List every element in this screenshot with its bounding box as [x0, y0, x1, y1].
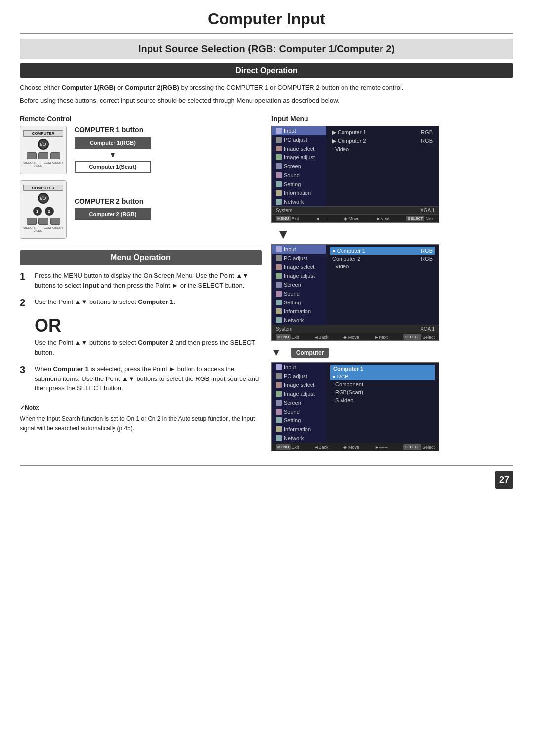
menu-screenshot-1: Input PC adjust Image select Image [271, 126, 439, 223]
menu-2-item-input: Input [272, 245, 326, 254]
menu-3-item-setting: Setting [272, 416, 326, 425]
rc2-button-row [23, 218, 63, 225]
setting-icon-3 [276, 417, 282, 423]
menu-item-imagesel-1: Image select [272, 144, 326, 153]
menu-2-right-comp1: ● Computer 1RGB [330, 247, 435, 255]
menu-2-bottom-bar: MENU Exit ◄Back ◈ Move ►Next SELECT Sele… [272, 333, 439, 340]
menu-2-right: ● Computer 1RGB Computer 2RGB · Video [326, 245, 439, 325]
menu-key-1: MENU [276, 216, 291, 221]
step-3: 3 When Computer 1 is selected, press the… [20, 364, 262, 393]
intro-line1: Choose either Computer 1(RGB) or Compute… [20, 83, 513, 93]
select-key-1: SELECT [406, 216, 424, 221]
menu-2-right-comp2: Computer 2RGB [330, 255, 435, 263]
menu-2-item-info: Information [272, 307, 326, 316]
right-column: Input Menu Input PC adjust [271, 115, 513, 455]
menu-1-right: ▶ Computer 1RGB ▶ Computer 2RGB · Video [326, 126, 439, 206]
step-or: Use the Point ▲▼ buttons to select Compu… [20, 338, 262, 357]
left-column: Remote Control COMPUTER I/O VIDEO S-VIDE… [20, 115, 262, 455]
menu-3-rgb: ● RGB [330, 373, 435, 380]
arrow-connector-2: ▼ [271, 347, 281, 358]
remote-control-1: COMPUTER I/O VIDEO S-VIDEO COMPONENT [20, 126, 67, 174]
rc-svideo-btn [38, 152, 48, 159]
rc-computer-label: COMPUTER [23, 130, 63, 137]
network-icon [276, 199, 282, 205]
menu-right-comp2: ▶ Computer 2RGB [330, 137, 435, 145]
menu-2-item-imgadj: Image adjust [272, 271, 326, 280]
input-icon-2 [276, 246, 282, 252]
menu-screenshot-2: Input PC adjust Image select Image [271, 244, 439, 341]
menu-2-item-network: Network [272, 316, 326, 325]
menu-3-item-imgadj: Image adjust [272, 389, 326, 398]
menu-3-title-bar: Computer 1 [330, 365, 435, 373]
menu-2-item-screen: Screen [272, 280, 326, 289]
menu-2-item-sound: Sound [272, 289, 326, 298]
setting-icon [276, 181, 282, 187]
select-key-2: SELECT [403, 334, 421, 340]
menu-2-inner: Input PC adjust Image select Image [272, 245, 439, 325]
imgsel-icon-3 [276, 382, 282, 388]
menu-2-item-imgsel: Image select [272, 263, 326, 271]
pc-icon-3 [276, 373, 282, 379]
network-icon-2 [276, 317, 282, 323]
menu-3-item-screen: Screen [272, 398, 326, 407]
rc-btn-labels: VIDEO S-VIDEO COMPONENT [23, 161, 63, 167]
computer1-diagram: COMPUTER I/O VIDEO S-VIDEO COMPONENT [20, 126, 262, 174]
rc2-num1: 1 [33, 207, 42, 216]
sound-icon-3 [276, 409, 282, 415]
content-grid: Remote Control COMPUTER I/O VIDEO S-VIDE… [20, 115, 513, 455]
rc2-component-btn [50, 218, 60, 225]
input-menu-label: Input Menu [271, 115, 513, 123]
menu-3-component: · Component [330, 380, 435, 388]
step-3-num: 3 [20, 364, 30, 376]
menu-2-right-video: · Video [330, 263, 435, 270]
menu-item-setting-1: Setting [272, 180, 326, 189]
computer-label-area: ▼ Computer [271, 345, 513, 360]
menu-item-imageadj-1: Image adjust [272, 153, 326, 162]
computer1-button-title: COMPUTER 1 button [75, 126, 151, 134]
rc-power-btn: I/O [38, 139, 49, 150]
menu-3-left: Input PC adjust Image select Image [272, 363, 326, 443]
menu-key-2: MENU [276, 334, 291, 340]
computer2-button-title: COMPUTER 2 button [75, 197, 151, 205]
input-icon [276, 128, 282, 134]
menu-3-item-input: Input [272, 363, 326, 372]
page-container: Computer Input Input Source Selection (R… [0, 0, 533, 498]
menu-item-input-1: Input [272, 126, 326, 135]
note-text: When the Input Search function is set to… [20, 415, 262, 433]
arrow-down-1: ▼ [75, 151, 151, 160]
menu-3-item-imgsel: Image select [272, 380, 326, 389]
menu-screenshot-3: Input PC adjust Image select Image [271, 362, 439, 451]
rc-button-row [23, 152, 63, 159]
network-icon-3 [276, 435, 282, 441]
imageadj-icon [276, 154, 282, 160]
rc2-power-btn: I/O [38, 193, 49, 204]
arrow-connector-1: ▼ [271, 227, 513, 242]
step-2-num: 2 [20, 297, 30, 308]
page-num-area: 27 [20, 471, 513, 489]
menu-item-sound-1: Sound [272, 171, 326, 180]
comp1-rgb-box: Computer 1(RGB) [75, 137, 151, 149]
step-3-text: When Computer 1 is selected, press the P… [35, 364, 262, 393]
step-1: 1 Press the MENU button to display the O… [20, 271, 262, 290]
system-value-1: XGA 1 [420, 208, 435, 213]
rc2-svideo-btn [38, 218, 48, 225]
menu-right-video: · Video [330, 145, 435, 153]
footer-line [20, 465, 513, 466]
computer2-diagram: COMPUTER I/O 1 2 VIDEO S-VIDEO COMPO [20, 180, 262, 239]
menu-1-bottom-bar: MENU Exit ◄----- ◈ Move ►Next SELECT Nex… [272, 214, 439, 222]
system-value-2: XGA 1 [420, 326, 435, 332]
menu-3-right: Computer 1 ● RGB · Component · RGB(Scart… [326, 363, 439, 443]
sound-icon [276, 172, 282, 178]
remote-control-2: COMPUTER I/O 1 2 VIDEO S-VIDEO COMPO [20, 180, 67, 239]
menu-3-rgbscart: · RGB(Scart) [330, 388, 435, 396]
pcadjust-icon [276, 137, 282, 143]
menu-item-pcadjust-1: PC adjust [272, 135, 326, 144]
menu-1-system-bar: System XGA 1 [272, 206, 439, 214]
step-or-text: Use the Point ▲▼ buttons to select Compu… [35, 338, 262, 357]
direct-operation-bar: Direct Operation [20, 63, 513, 78]
system-label-1: System [276, 208, 292, 213]
section-title: Input Source Selection (RGB: Computer 1/… [20, 39, 513, 59]
imgadj-icon-2 [276, 273, 282, 279]
menu-3-item-pc: PC adjust [272, 372, 326, 380]
menu-3-inner: Input PC adjust Image select Image [272, 363, 439, 443]
